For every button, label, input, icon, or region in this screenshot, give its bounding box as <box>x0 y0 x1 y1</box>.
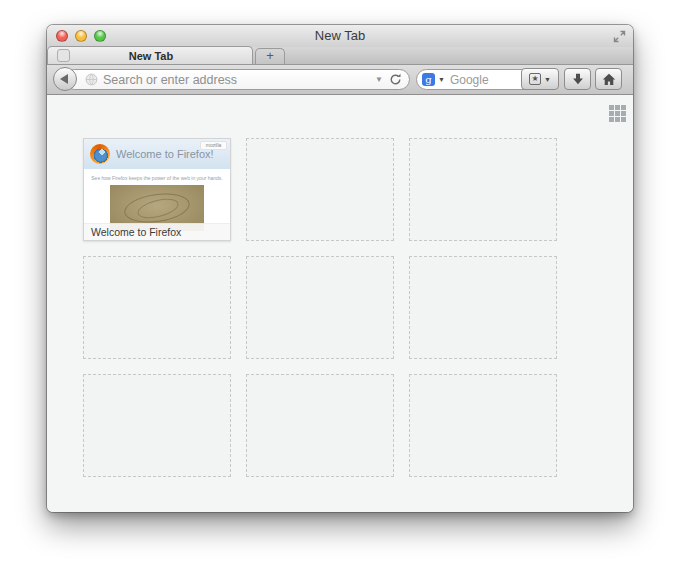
open-new-tab-button[interactable]: + <box>255 48 285 64</box>
empty-tile[interactable] <box>83 256 231 359</box>
url-input[interactable] <box>98 73 375 87</box>
mozilla-brand-tab: mozilla <box>200 141 227 150</box>
search-input[interactable] <box>448 72 521 88</box>
tab-new-tab[interactable]: New Tab <box>47 46 253 64</box>
bookmark-star-icon: ★ <box>529 73 541 85</box>
home-icon <box>602 73 616 86</box>
url-bar[interactable]: ▼ <box>64 69 410 90</box>
empty-tile[interactable] <box>246 374 394 477</box>
traffic-lights <box>56 30 106 42</box>
navigation-toolbar: ▼ g ▼ ★ ▼ <box>47 65 633 95</box>
downloads-button[interactable] <box>564 68 591 90</box>
search-engine-favicon: g <box>422 73 435 86</box>
home-button[interactable] <box>595 68 622 90</box>
download-arrow-icon <box>572 73 584 85</box>
zoom-window-button[interactable] <box>94 30 106 42</box>
grid-toggle-icon[interactable] <box>609 105 626 122</box>
empty-tile[interactable] <box>246 256 394 359</box>
bookmarks-dropdown-icon: ▼ <box>544 76 551 83</box>
bookmarks-button[interactable]: ★ ▼ <box>521 68 559 90</box>
tab-strip: New Tab + <box>47 47 633 65</box>
globe-icon <box>85 73 98 86</box>
reload-icon[interactable] <box>389 73 402 86</box>
url-dropdown-icon[interactable]: ▼ <box>375 76 383 84</box>
top-sites-grid: Welcome to Firefox! mozilla See how Fire… <box>83 138 557 477</box>
fullscreen-icon[interactable] <box>613 29 626 42</box>
window-title: New Tab <box>47 25 633 47</box>
top-site-tile-welcome[interactable]: Welcome to Firefox! mozilla See how Fire… <box>83 138 231 241</box>
thumbnail-heading: Welcome to Firefox! <box>116 148 214 160</box>
empty-tile[interactable] <box>409 256 557 359</box>
empty-tile[interactable] <box>409 138 557 241</box>
tab-favicon-placeholder-icon <box>57 49 70 62</box>
empty-tile[interactable] <box>409 374 557 477</box>
back-arrow-icon <box>60 74 68 84</box>
new-tab-page: Welcome to Firefox! mozilla See how Fire… <box>47 95 633 512</box>
firefox-logo-icon <box>90 144 110 164</box>
browser-window: New Tab New Tab + ▼ <box>47 25 633 512</box>
close-window-button[interactable] <box>56 30 68 42</box>
titlebar: New Tab <box>47 25 633 47</box>
empty-tile[interactable] <box>246 138 394 241</box>
search-engine-dropdown-icon[interactable]: ▼ <box>438 76 445 83</box>
minimize-window-button[interactable] <box>75 30 87 42</box>
back-button[interactable] <box>53 67 77 91</box>
empty-tile[interactable] <box>83 374 231 477</box>
tile-title: Welcome to Firefox <box>84 223 230 240</box>
tab-label: New Tab <box>70 50 232 62</box>
thumbnail-header: Welcome to Firefox! mozilla <box>84 139 230 169</box>
thumbnail-subtext: See how Firefox keeps the power of the w… <box>84 175 230 181</box>
